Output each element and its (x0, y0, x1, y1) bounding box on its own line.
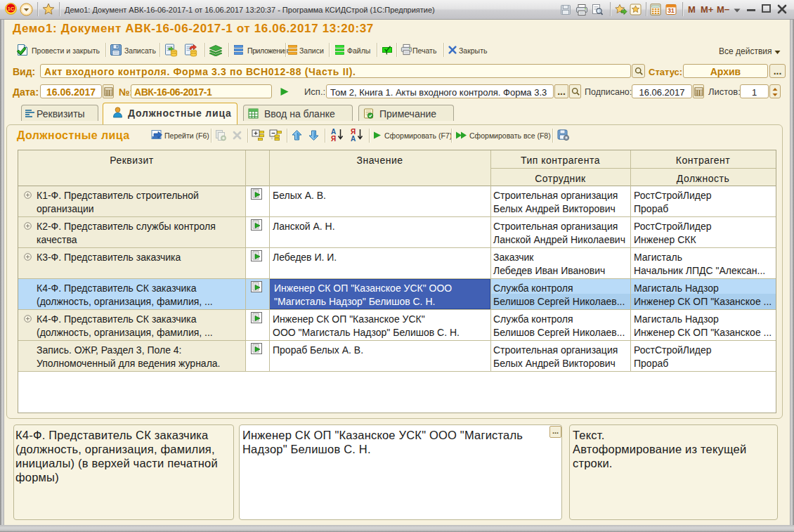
svg-text:1С: 1С (7, 6, 14, 12)
svg-text:А: А (351, 135, 356, 143)
svg-text:Я: Я (331, 135, 336, 143)
svg-text:31: 31 (668, 7, 675, 14)
